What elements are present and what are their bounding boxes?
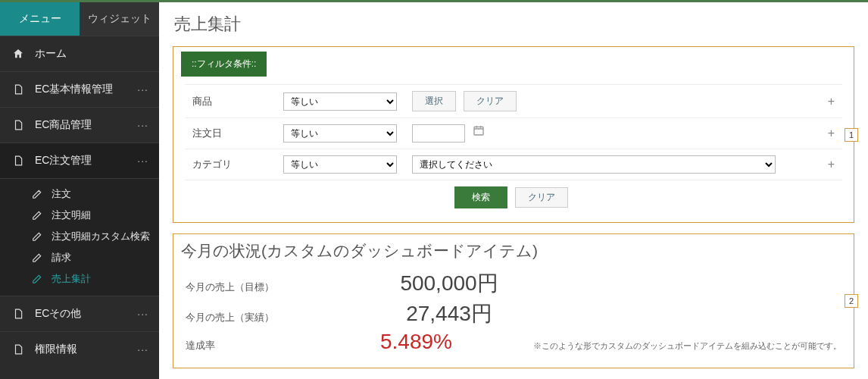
dash-value-target: 500,000円 [299,269,599,298]
dash-label: 達成率 [186,339,299,352]
dash-row-rate: 達成率 5.489% ※このような形でカスタムのダッシュボードアイテムを組み込む… [186,330,841,354]
sidebar-tabs: メニュー ウィジェット [0,2,159,36]
sidebar-menu: ホーム EC基本情報管理 ··· EC商品管理 ··· EC注 [0,36,159,367]
tab-menu[interactable]: メニュー [0,2,80,36]
ellipsis-icon: ··· [137,83,148,96]
dashboard-title: 今月の状況(カスタムのダッシュボードアイテム) [173,234,854,269]
sidebar-item-ec-product[interactable]: EC商品管理 ··· [0,107,159,143]
sidebar: メニュー ウィジェット ホーム EC基本情報管理 ··· E [0,2,159,379]
operator-select-category[interactable]: 等しい [283,155,397,174]
filter-heading: ::フィルタ条件:: [181,52,267,77]
sub-item-label: 注文明細 [52,208,91,222]
main-content: 売上集計 1 ::フィルタ条件:: 商品 等しい 選択 クリア + [159,2,868,379]
sidebar-item-permissions[interactable]: 権限情報 ··· [0,331,159,367]
edit-icon [32,274,45,284]
sub-item-label: 注文 [52,187,71,201]
dash-row-actual: 今月の売上（実績） 27,443円 [186,299,841,328]
document-icon [11,155,26,167]
filter-panel: 1 ::フィルタ条件:: 商品 等しい 選択 クリア + [173,46,854,223]
sidebar-item-label: EC商品管理 [35,118,92,132]
date-input[interactable] [412,124,465,143]
dash-label: 今月の売上（目標） [186,280,299,294]
sidebar-item-ec-other[interactable]: ECその他 ··· [0,296,159,331]
edit-icon [32,252,45,263]
filter-label: 注文日 [185,118,276,149]
calendar-icon[interactable] [473,124,485,136]
filter-row-date: 注文日 等しい + [185,118,842,149]
clear-button[interactable]: クリア [464,91,517,111]
edit-icon [32,210,45,221]
ellipsis-icon: ··· [137,308,148,320]
operator-select-product[interactable]: 等しい [283,92,397,111]
home-icon [11,48,26,60]
sub-item-label: 売上集計 [52,272,91,286]
dash-value-actual: 27,443円 [299,299,599,328]
tab-widget[interactable]: ウィジェット [80,2,159,36]
add-filter-button[interactable]: + [820,149,842,180]
search-button[interactable]: 検索 [454,186,507,208]
sidebar-item-ec-order[interactable]: EC注文管理 ··· [0,143,159,178]
page-title: 売上集計 [174,13,854,36]
sidebar-item-label: EC注文管理 [35,154,92,168]
dashboard-note: ※このような形でカスタムのダッシュボードアイテムを組み込むことが可能です。 [533,331,841,352]
dash-value-rate: 5.489% [299,330,533,354]
clear-all-button[interactable]: クリア [515,187,568,208]
edit-icon [32,189,45,199]
panel-badge-1: 1 [845,128,858,142]
dash-row-target: 今月の売上（目標） 500,000円 [186,269,841,298]
sidebar-item-label: 権限情報 [35,343,77,356]
sub-item-sales-summary[interactable]: 売上集計 [0,268,159,290]
filter-row-product: 商品 等しい 選択 クリア + [185,85,842,118]
panel-badge-2: 2 [845,294,858,308]
ellipsis-icon: ··· [137,343,148,356]
sub-item-label: 請求 [52,251,71,265]
sidebar-item-ec-basic[interactable]: EC基本情報管理 ··· [0,71,159,107]
filter-row-category: カテゴリ 等しい 選択してください + [185,149,842,180]
sub-item-order[interactable]: 注文 [0,183,159,205]
sub-item-label: 注文明細カスタム検索 [52,230,150,243]
dashboard-body: 今月の売上（目標） 500,000円 今月の売上（実績） 27,443円 達成率… [173,269,854,363]
document-icon [11,308,26,320]
filter-label: カテゴリ [185,149,276,180]
edit-icon [32,231,45,242]
sidebar-item-label: ECその他 [35,307,81,321]
sub-item-billing[interactable]: 請求 [0,247,159,268]
ellipsis-icon: ··· [137,155,148,167]
sidebar-item-label: EC基本情報管理 [35,83,113,96]
svg-rect-0 [474,127,483,135]
add-filter-button[interactable]: + [820,85,842,118]
filter-label: 商品 [185,85,276,118]
document-icon [11,343,26,356]
sub-item-order-custom[interactable]: 注文明細カスタム検索 [0,226,159,247]
select-button[interactable]: 選択 [412,91,456,111]
operator-select-date[interactable]: 等しい [283,124,397,143]
document-icon [11,119,26,131]
category-select[interactable]: 選択してください [412,155,776,174]
document-icon [11,83,26,96]
sub-item-order-detail[interactable]: 注文明細 [0,205,159,226]
ellipsis-icon: ··· [137,119,148,131]
dashboard-panel: 2 今月の状況(カスタムのダッシュボードアイテム) 今月の売上（目標） 500,… [173,233,854,368]
submenu-ec-order: 注文 注文明細 注文明細カスタム検索 請求 売上集計 [0,178,159,296]
dash-label: 今月の売上（実績） [186,311,299,324]
filter-table: 商品 等しい 選択 クリア + 注文日 [185,84,842,215]
add-filter-button[interactable]: + [820,118,842,149]
sidebar-item-home[interactable]: ホーム [0,36,159,71]
sidebar-item-label: ホーム [35,47,67,61]
